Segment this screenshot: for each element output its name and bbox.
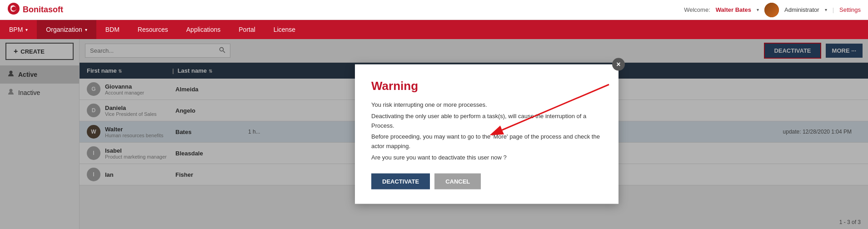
modal-title: Warning [371, 79, 602, 93]
modal-cancel-button[interactable]: CANCEL [434, 173, 481, 189]
user-dropdown-arrow[interactable]: ▾ [757, 7, 759, 12]
logo-text: Bonitasoft [23, 5, 63, 15]
nav-organization[interactable]: Organization ▾ [37, 20, 96, 39]
nav-bpm[interactable]: BPM ▾ [0, 20, 37, 39]
avatar-image [764, 3, 779, 17]
nav-organization-arrow: ▾ [85, 27, 87, 32]
nav-license[interactable]: License [264, 20, 304, 39]
avatar[interactable] [764, 3, 779, 17]
settings-link[interactable]: Settings [839, 6, 861, 13]
nav-bpm-arrow: ▾ [25, 27, 28, 32]
modal-line3: Before proceeding, you may want to go to… [371, 132, 602, 151]
user-name-link[interactable]: Walter Bates [716, 6, 751, 13]
admin-label: Administrator [784, 6, 819, 13]
logo-icon [7, 2, 20, 18]
nav-applications[interactable]: Applications [177, 20, 230, 39]
nav-bpm-label: BPM [9, 26, 23, 33]
nav-resources-label: Resources [138, 26, 168, 33]
top-right-area: Welcome: Walter Bates ▾ Administrator ▾ … [684, 3, 861, 17]
welcome-label: Welcome: [684, 6, 710, 13]
nav-bdm[interactable]: BDM [96, 20, 129, 39]
admin-dropdown-arrow[interactable]: ▾ [825, 7, 827, 12]
top-bar: Bonitasoft Welcome: Walter Bates ▾ Admin… [0, 0, 868, 20]
modal-actions: DEACTIVATE CANCEL [371, 173, 602, 189]
nav-bar: BPM ▾ Organization ▾ BDM Resources Appli… [0, 20, 868, 39]
nav-bdm-label: BDM [105, 26, 120, 33]
modal-line1: You risk interrupting one or more proces… [371, 100, 602, 110]
separator: | [833, 6, 834, 13]
modal-line2: Deactivating the only user able to perfo… [371, 111, 602, 130]
nav-resources[interactable]: Resources [129, 20, 177, 39]
logo: Bonitasoft [7, 2, 63, 18]
modal-line4: Are you sure you want to deactivate this… [371, 153, 602, 163]
nav-organization-label: Organization [46, 26, 82, 33]
content-area: + CREATE Active Inactive [0, 39, 868, 229]
modal-close-button[interactable]: × [612, 58, 625, 71]
nav-applications-label: Applications [186, 26, 221, 33]
nav-portal-label: Portal [239, 26, 255, 33]
nav-license-label: License [274, 26, 295, 33]
modal-deactivate-button[interactable]: DEACTIVATE [371, 173, 430, 189]
nav-portal[interactable]: Portal [229, 20, 264, 39]
warning-modal: × Warning You risk interrupting one or m… [355, 65, 619, 204]
